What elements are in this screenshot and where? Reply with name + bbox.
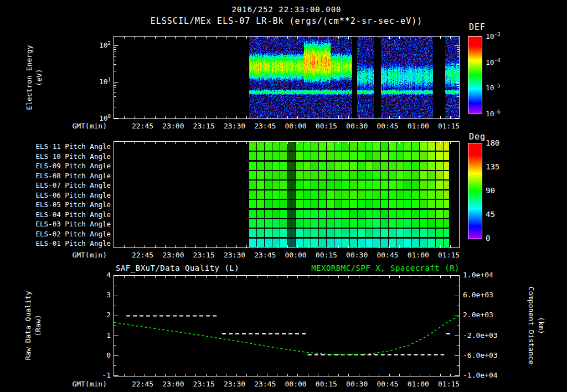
pitch-row-label: ELS-05 Pitch Angle [28,200,111,209]
distance-tick-label: 1.0e+04 [463,271,493,279]
deg-colorbar-tick-label: 90 [486,186,495,195]
pitch-row-label: ELS-10 Pitch Angle [28,152,111,161]
els-quicklook-screen: 2016/252 22:33:00.000 ELSSCIL/MEx ELS-07… [0,0,567,392]
time-tick-label: 00:15 [316,251,337,259]
timeseries-left-axis-label-line2: (Raw) [33,291,43,360]
def-colorbar-tick-label: 10-5 [486,83,501,92]
time-tick-label: 01:00 [408,122,429,130]
distance-tick-label: -2.0e+03 [463,331,498,339]
energy-tick-label: 100 [86,114,111,122]
time-tick-label: 23:30 [224,251,245,259]
quality-tick-label: 2 [86,311,111,319]
time-tick-label: 23:45 [254,251,276,259]
pitch-row-label: ELS-09 Pitch Angle [28,162,111,170]
time-tick-label: 22:45 [132,380,153,388]
plot-subtitle: ELSSCIL/MEx ELS-07 LR-Bk (ergs/(cm**2-sr… [114,16,460,26]
pitch-row-label: ELS-11 Pitch Angle [28,142,111,151]
time-tick-label: 23:30 [224,122,245,130]
pitch-row-label: ELS-06 Pitch Angle [28,191,111,199]
def-colorbar-canvas [468,37,482,113]
distance-tick-label: 2.0e+03 [463,311,493,319]
deg-colorbar-tick-label: 0 [486,234,490,243]
pitch-row-label: ELS-08 Pitch Angle [28,172,111,180]
time-tick-label: 01:00 [408,380,429,388]
time-tick-label: 23:30 [224,380,245,388]
timeseries-left-axis-label: Raw Data Quality (Raw) [23,291,43,360]
spectrogram-y-axis-label-line1: Electron Energy [24,45,34,110]
time-tick-label: 01:15 [438,380,460,388]
spectrogram-canvas [114,37,459,118]
deg-colorbar-tick-label: 180 [486,138,499,147]
def-colorbar-tick-label: 10-6 [486,109,501,118]
time-tick-label: 23:45 [254,122,276,130]
time-tick-label: 00:30 [346,251,368,259]
time-tick-label: 00:00 [285,122,307,130]
time-tick-label: 00:00 [285,251,307,259]
pitch-row-label: ELS-04 Pitch Angle [28,210,111,219]
deg-colorbar-title: Deg [469,132,486,142]
time-tick-label: 00:45 [377,122,398,130]
pitch-angle-panel [114,141,460,248]
time-tick-label: 00:45 [377,380,398,388]
time-tick-label: 00:30 [346,122,368,130]
timeseries-right-axis-label-line2: (km) [536,287,546,365]
gmt-axis-label-2: GMT(min) [54,251,107,259]
gmt-axis-label-1: GMT(min) [54,122,107,130]
quality-tick-label: 4 [86,271,111,279]
deg-colorbar [468,143,482,239]
energy-tick-label: 101 [86,77,111,86]
pitch-row-label: ELS-02 Pitch Angle [28,230,111,238]
spectrogram-y-axis-label-line2: (eV) [34,45,44,110]
timeseries-panel [114,275,460,376]
def-colorbar-tick-label: 10-4 [486,58,501,66]
distance-tick-label: 6.0e+03 [463,291,493,299]
spectrogram-y-axis-label: Electron Energy (eV) [24,45,44,110]
pitch-row-label: ELS-01 Pitch Angle [28,239,111,247]
pitch-angle-canvas [114,142,459,247]
time-tick-label: 23:15 [193,380,215,388]
time-tick-label: 00:45 [377,251,398,259]
quality-tick-label: 1 [86,331,111,339]
time-tick-label: 00:30 [346,380,368,388]
pitch-row-label: ELS-03 Pitch Angle [28,220,111,228]
time-tick-label: 23:45 [254,380,276,388]
time-tick-label: 22:45 [132,122,153,130]
def-colorbar-title: DEF [469,22,486,32]
page-title: 2016/252 22:33:00.000 [114,5,460,14]
time-tick-label: 01:00 [408,251,429,259]
time-tick-label: 01:15 [438,122,460,130]
time-tick-label: 01:15 [438,251,460,259]
timeseries-canvas [114,276,459,376]
time-tick-label: 23:00 [162,380,184,388]
energy-tick-label: 102 [86,40,111,49]
distance-tick-label: -6.0e+03 [463,351,498,359]
timeseries-left-axis-label-line1: Raw Data Quality [23,291,33,360]
deg-colorbar-tick-label: 135 [486,162,499,171]
distance-tick-label: -1.0e+04 [463,371,498,379]
quality-tick-label: -1 [86,371,111,379]
time-tick-label: 23:00 [162,251,184,259]
def-colorbar [468,36,482,114]
pitch-row-label: ELS-07 Pitch Angle [28,181,111,189]
timeseries-right-axis-label-line1: Component Distance [526,287,536,365]
timeseries-left-title: SAF_BXuT/Data Quality (L) [116,264,239,272]
time-tick-label: 23:15 [193,251,215,259]
time-tick-label: 00:00 [285,380,307,388]
time-tick-label: 22:45 [132,251,153,259]
def-colorbar-tick-label: 10-3 [486,32,501,40]
timeseries-right-title: MEXORBMC/SPF X, Spacecraft (R) [288,264,460,272]
gmt-axis-label-3: GMT(min) [54,380,107,388]
timeseries-right-axis-label: Component Distance (km) [526,287,545,365]
deg-colorbar-tick-label: 45 [486,210,495,219]
time-tick-label: 23:00 [162,122,184,130]
time-tick-label: 00:15 [316,380,337,388]
deg-colorbar-canvas [468,143,482,239]
time-tick-label: 00:15 [316,122,337,130]
quality-tick-label: 0 [86,351,111,359]
quality-tick-label: 3 [86,291,111,299]
spectrogram-panel [114,36,460,119]
time-tick-label: 23:15 [193,122,215,130]
